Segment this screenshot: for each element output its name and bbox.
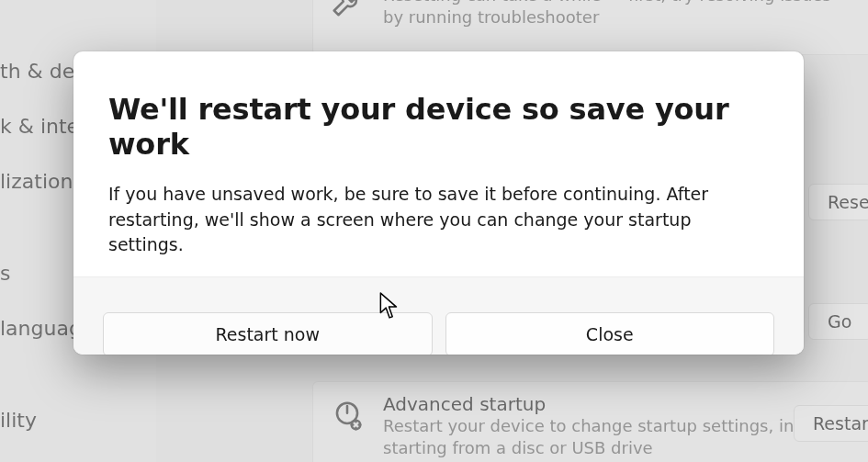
- dialog-title: We'll restart your device so save your w…: [108, 92, 769, 162]
- dialog-actions: Restart now Close: [73, 276, 804, 355]
- restart-now-button[interactable]: Restart now: [103, 312, 433, 355]
- close-button[interactable]: Close: [445, 312, 775, 355]
- dialog-body-text: If you have unsaved work, be sure to sav…: [108, 182, 769, 258]
- restart-confirmation-dialog: We'll restart your device so save your w…: [73, 51, 804, 355]
